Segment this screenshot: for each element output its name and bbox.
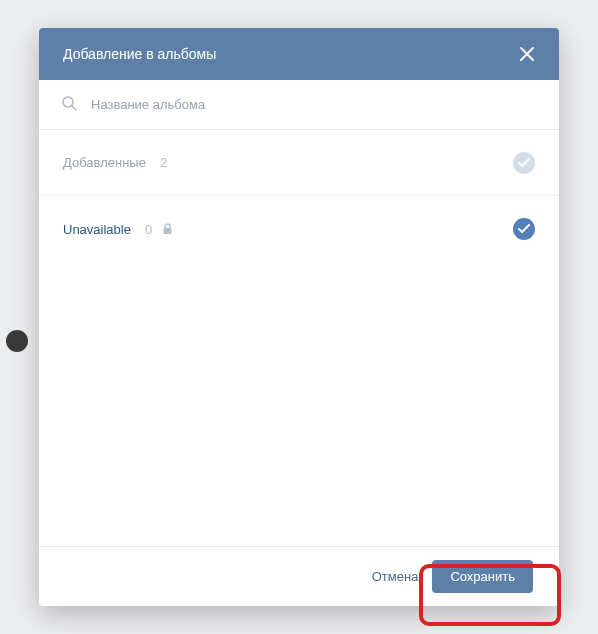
save-button[interactable]: Сохранить [432,560,533,593]
modal-title: Добавление в альбомы [63,46,216,62]
modal-backdrop: Добавление в альбомы Добавленные 2 [0,0,598,634]
close-button[interactable] [513,40,541,68]
svg-rect-2 [164,228,172,234]
album-name: Unavailable [63,222,131,237]
album-name: Добавленные [63,155,146,170]
album-list-item[interactable]: Unavailable 0 [39,196,559,262]
add-to-albums-modal: Добавление в альбомы Добавленные 2 [39,28,559,606]
album-count: 0 [145,222,152,237]
album-search-input[interactable] [91,97,537,112]
album-list: Добавленные 2 Unavailable 0 [39,130,559,546]
svg-line-1 [72,106,76,110]
checkmark-icon [518,158,530,168]
modal-header: Добавление в альбомы [39,28,559,80]
checkmark-icon [518,224,530,234]
lock-icon [162,223,173,235]
search-icon [61,95,77,115]
album-count: 2 [160,155,167,170]
album-list-item[interactable]: Добавленные 2 [39,130,559,196]
search-row [39,80,559,130]
album-check[interactable] [513,152,535,174]
modal-footer: Отмена Сохранить [39,546,559,606]
close-icon [520,47,534,61]
cancel-button[interactable]: Отмена [364,561,427,592]
album-check[interactable] [513,218,535,240]
